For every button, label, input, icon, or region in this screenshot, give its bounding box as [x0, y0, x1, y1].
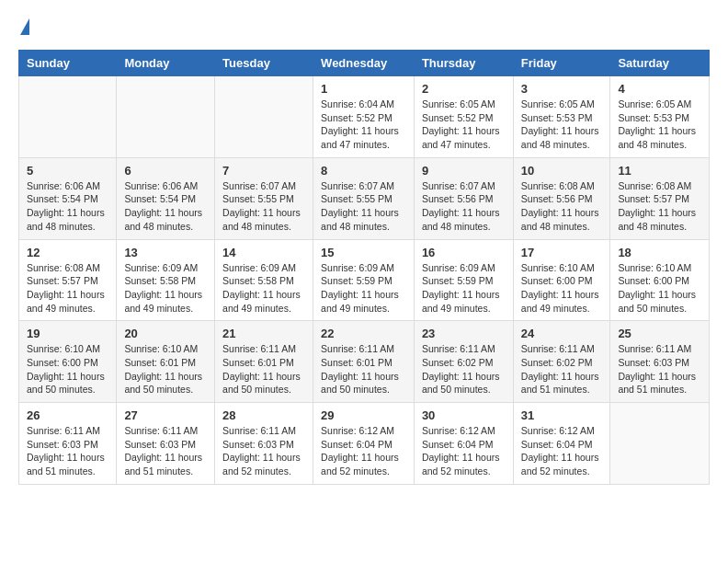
- day-number: 10: [521, 164, 603, 178]
- logo: [18, 18, 29, 35]
- calendar-cell: 11Sunrise: 6:08 AM Sunset: 5:57 PM Dayli…: [610, 157, 710, 239]
- day-info: Sunrise: 6:08 AM Sunset: 5:57 PM Dayligh…: [27, 261, 108, 316]
- calendar-cell: [610, 403, 710, 485]
- calendar-cell: 22Sunrise: 6:11 AM Sunset: 6:01 PM Dayli…: [313, 321, 415, 403]
- day-info: Sunrise: 6:11 AM Sunset: 6:01 PM Dayligh…: [222, 342, 305, 396]
- calendar-cell: 2Sunrise: 6:05 AM Sunset: 5:52 PM Daylig…: [414, 76, 513, 158]
- calendar-week-5: 26Sunrise: 6:11 AM Sunset: 6:03 PM Dayli…: [19, 403, 710, 485]
- day-info: Sunrise: 6:05 AM Sunset: 5:52 PM Dayligh…: [422, 98, 506, 152]
- calendar-cell: 29Sunrise: 6:12 AM Sunset: 6:04 PM Dayli…: [313, 403, 415, 485]
- day-info: Sunrise: 6:12 AM Sunset: 6:04 PM Dayligh…: [422, 424, 506, 478]
- calendar-cell: 24Sunrise: 6:11 AM Sunset: 6:02 PM Dayli…: [513, 321, 610, 403]
- day-number: 1: [321, 82, 406, 96]
- day-info: Sunrise: 6:11 AM Sunset: 6:03 PM Dayligh…: [618, 342, 701, 396]
- day-number: 9: [422, 164, 506, 178]
- day-number: 18: [618, 246, 701, 259]
- calendar-cell: 4Sunrise: 6:05 AM Sunset: 5:53 PM Daylig…: [610, 76, 710, 158]
- day-number: 26: [27, 408, 108, 422]
- day-info: Sunrise: 6:09 AM Sunset: 5:58 PM Dayligh…: [124, 261, 207, 316]
- day-number: 25: [618, 327, 701, 340]
- day-number: 15: [321, 246, 406, 259]
- header-monday: Monday: [117, 51, 215, 76]
- calendar-cell: 16Sunrise: 6:09 AM Sunset: 5:59 PM Dayli…: [414, 239, 513, 321]
- day-info: Sunrise: 6:07 AM Sunset: 5:55 PM Dayligh…: [222, 179, 305, 234]
- calendar-cell: 5Sunrise: 6:06 AM Sunset: 5:54 PM Daylig…: [19, 157, 117, 239]
- day-info: Sunrise: 6:05 AM Sunset: 5:53 PM Dayligh…: [521, 98, 603, 152]
- calendar-week-3: 12Sunrise: 6:08 AM Sunset: 5:57 PM Dayli…: [19, 239, 710, 321]
- calendar-cell: 28Sunrise: 6:11 AM Sunset: 6:03 PM Dayli…: [215, 403, 313, 485]
- calendar-cell: 14Sunrise: 6:09 AM Sunset: 5:58 PM Dayli…: [215, 239, 313, 321]
- day-number: 8: [321, 164, 406, 178]
- day-info: Sunrise: 6:10 AM Sunset: 6:01 PM Dayligh…: [124, 342, 207, 396]
- page-header: [18, 18, 710, 35]
- day-number: 13: [124, 246, 207, 259]
- header-wednesday: Wednesday: [313, 51, 415, 76]
- calendar-cell: 9Sunrise: 6:07 AM Sunset: 5:56 PM Daylig…: [414, 157, 513, 239]
- day-number: 31: [521, 408, 603, 422]
- calendar-cell: 20Sunrise: 6:10 AM Sunset: 6:01 PM Dayli…: [117, 321, 215, 403]
- calendar-week-2: 5Sunrise: 6:06 AM Sunset: 5:54 PM Daylig…: [19, 157, 710, 239]
- logo-triangle-icon: [20, 18, 29, 35]
- day-info: Sunrise: 6:07 AM Sunset: 5:55 PM Dayligh…: [321, 179, 406, 234]
- day-info: Sunrise: 6:10 AM Sunset: 6:00 PM Dayligh…: [27, 342, 108, 396]
- calendar-cell: 19Sunrise: 6:10 AM Sunset: 6:00 PM Dayli…: [19, 321, 117, 403]
- calendar-cell: 25Sunrise: 6:11 AM Sunset: 6:03 PM Dayli…: [610, 321, 710, 403]
- day-info: Sunrise: 6:11 AM Sunset: 6:01 PM Dayligh…: [321, 342, 406, 396]
- day-info: Sunrise: 6:12 AM Sunset: 6:04 PM Dayligh…: [521, 424, 603, 478]
- day-number: 5: [27, 164, 108, 178]
- calendar-cell: [215, 76, 313, 158]
- day-number: 4: [618, 82, 701, 96]
- header-friday: Friday: [513, 51, 610, 76]
- calendar-cell: 8Sunrise: 6:07 AM Sunset: 5:55 PM Daylig…: [313, 157, 415, 239]
- day-number: 14: [222, 246, 305, 259]
- day-info: Sunrise: 6:11 AM Sunset: 6:03 PM Dayligh…: [124, 424, 207, 478]
- day-info: Sunrise: 6:06 AM Sunset: 5:54 PM Dayligh…: [124, 179, 207, 234]
- day-info: Sunrise: 6:08 AM Sunset: 5:57 PM Dayligh…: [618, 179, 701, 234]
- calendar-cell: 26Sunrise: 6:11 AM Sunset: 6:03 PM Dayli…: [19, 403, 117, 485]
- day-number: 7: [222, 164, 305, 178]
- calendar-cell: 12Sunrise: 6:08 AM Sunset: 5:57 PM Dayli…: [19, 239, 117, 321]
- calendar-cell: 18Sunrise: 6:10 AM Sunset: 6:00 PM Dayli…: [610, 239, 710, 321]
- day-info: Sunrise: 6:12 AM Sunset: 6:04 PM Dayligh…: [321, 424, 406, 478]
- calendar-cell: 10Sunrise: 6:08 AM Sunset: 5:56 PM Dayli…: [513, 157, 610, 239]
- day-info: Sunrise: 6:09 AM Sunset: 5:59 PM Dayligh…: [422, 261, 506, 316]
- day-info: Sunrise: 6:10 AM Sunset: 6:00 PM Dayligh…: [618, 261, 701, 316]
- calendar-cell: 27Sunrise: 6:11 AM Sunset: 6:03 PM Dayli…: [117, 403, 215, 485]
- calendar-cell: 15Sunrise: 6:09 AM Sunset: 5:59 PM Dayli…: [313, 239, 415, 321]
- day-number: 21: [222, 327, 305, 340]
- day-number: 22: [321, 327, 406, 340]
- day-info: Sunrise: 6:05 AM Sunset: 5:53 PM Dayligh…: [618, 98, 701, 152]
- day-info: Sunrise: 6:11 AM Sunset: 6:02 PM Dayligh…: [422, 342, 506, 396]
- day-number: 3: [521, 82, 603, 96]
- day-number: 27: [124, 408, 207, 422]
- day-info: Sunrise: 6:07 AM Sunset: 5:56 PM Dayligh…: [422, 179, 506, 234]
- calendar-cell: 7Sunrise: 6:07 AM Sunset: 5:55 PM Daylig…: [215, 157, 313, 239]
- calendar-week-1: 1Sunrise: 6:04 AM Sunset: 5:52 PM Daylig…: [19, 76, 710, 158]
- header-thursday: Thursday: [414, 51, 513, 76]
- day-info: Sunrise: 6:11 AM Sunset: 6:03 PM Dayligh…: [222, 424, 305, 478]
- day-number: 23: [422, 327, 506, 340]
- calendar-cell: [117, 76, 215, 158]
- day-number: 16: [422, 246, 506, 259]
- day-info: Sunrise: 6:11 AM Sunset: 6:02 PM Dayligh…: [521, 342, 603, 396]
- day-number: 20: [124, 327, 207, 340]
- header-sunday: Sunday: [19, 51, 117, 76]
- day-info: Sunrise: 6:09 AM Sunset: 5:59 PM Dayligh…: [321, 261, 406, 316]
- header-saturday: Saturday: [610, 51, 710, 76]
- calendar-cell: 30Sunrise: 6:12 AM Sunset: 6:04 PM Dayli…: [414, 403, 513, 485]
- day-number: 17: [521, 246, 603, 259]
- calendar-cell: [19, 76, 117, 158]
- day-info: Sunrise: 6:09 AM Sunset: 5:58 PM Dayligh…: [222, 261, 305, 316]
- calendar-header-row: SundayMondayTuesdayWednesdayThursdayFrid…: [19, 51, 710, 76]
- day-number: 6: [124, 164, 207, 178]
- day-info: Sunrise: 6:04 AM Sunset: 5:52 PM Dayligh…: [321, 98, 406, 152]
- day-number: 28: [222, 408, 305, 422]
- calendar-cell: 17Sunrise: 6:10 AM Sunset: 6:00 PM Dayli…: [513, 239, 610, 321]
- day-info: Sunrise: 6:08 AM Sunset: 5:56 PM Dayligh…: [521, 179, 603, 234]
- day-number: 24: [521, 327, 603, 340]
- calendar-cell: 3Sunrise: 6:05 AM Sunset: 5:53 PM Daylig…: [513, 76, 610, 158]
- day-number: 11: [618, 164, 701, 178]
- day-number: 12: [27, 246, 108, 259]
- calendar-cell: 21Sunrise: 6:11 AM Sunset: 6:01 PM Dayli…: [215, 321, 313, 403]
- calendar-week-4: 19Sunrise: 6:10 AM Sunset: 6:00 PM Dayli…: [19, 321, 710, 403]
